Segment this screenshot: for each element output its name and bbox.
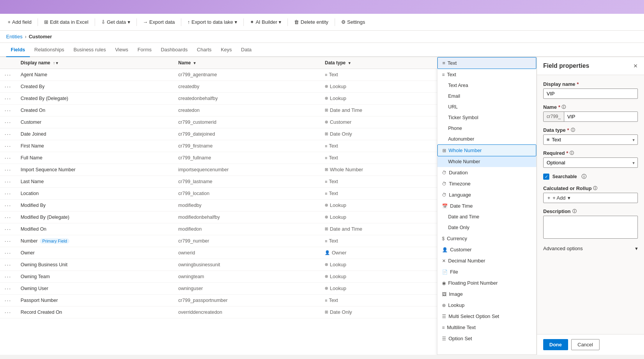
section-date-time[interactable]: 📅 Date Time <box>437 200 536 211</box>
dropdown-ticker[interactable]: Ticker Symbol <box>437 112 536 123</box>
fp-display-name-input[interactable] <box>543 89 638 99</box>
dropdown-whole-number[interactable]: Whole Number <box>437 156 536 167</box>
tab-keys[interactable]: Keys <box>216 43 237 57</box>
dropdown-lookup[interactable]: ⊗ Lookup <box>437 300 536 311</box>
fp-advanced-options[interactable]: Advanced options ▾ <box>543 244 638 253</box>
row-dots[interactable]: ··· <box>0 247 16 259</box>
table-row[interactable]: ···Last Namecr799_lastname≡Text <box>0 176 437 188</box>
edit-excel-button[interactable]: ⊞ Edit data in Excel <box>41 18 91 26</box>
row-dots[interactable]: ··· <box>0 271 16 283</box>
section-text[interactable]: ≡ Text <box>437 69 536 80</box>
breadcrumb-entities[interactable]: Entities <box>6 34 23 39</box>
row-dots[interactable]: ··· <box>0 128 16 140</box>
tab-data[interactable]: Data <box>237 43 256 57</box>
table-row[interactable]: ···Owning Userowninguser⊗Lookup <box>0 283 437 295</box>
ai-builder-button[interactable]: ✦ AI Builder ▾ <box>247 18 284 26</box>
dropdown-currency[interactable]: $ Currency <box>437 233 536 244</box>
dropdown-decimal[interactable]: ✕ Decimal Number <box>437 255 536 266</box>
cancel-button[interactable]: Cancel <box>571 339 600 350</box>
fp-add-button[interactable]: + + Add ▾ <box>543 193 638 203</box>
fp-required-select[interactable]: Optional <box>543 157 638 168</box>
type-info-icon[interactable]: ⓘ <box>571 127 575 133</box>
row-dots[interactable]: ··· <box>0 105 16 116</box>
get-data-button[interactable]: ⇩ Get data ▾ <box>98 18 133 26</box>
row-dots[interactable]: ··· <box>0 69 16 81</box>
fp-searchable-checkbox[interactable]: ✓ <box>543 174 549 180</box>
table-row[interactable]: ···Record Created Onoverriddencreatedon⊞… <box>0 307 437 318</box>
table-row[interactable]: ···Passport Numbercr799_passportnumber≡T… <box>0 295 437 307</box>
row-dots[interactable]: ··· <box>0 295 16 307</box>
tab-business-rules[interactable]: Business rules <box>69 43 111 57</box>
table-row[interactable]: ···Modified Onmodifiedon⊞Date and Time <box>0 223 437 235</box>
col-name[interactable]: Name ▾ <box>174 57 320 69</box>
table-row[interactable]: ···Created Oncreatedon⊞Date and Time <box>0 105 437 116</box>
col-data-type[interactable]: Data type ▾ <box>320 57 437 69</box>
dropdown-option-set[interactable]: ☰ Option Set <box>437 333 536 344</box>
dropdown-timezone[interactable]: ⏱ Timezone <box>437 178 536 189</box>
table-row[interactable]: ···Customercr799_customerid⊗Customer <box>0 116 437 128</box>
row-dots[interactable]: ··· <box>0 259 16 271</box>
table-row[interactable]: ···NumberPrimary Fieldcr799_number≡Text <box>0 235 437 247</box>
dropdown-email[interactable]: Email <box>437 91 536 102</box>
row-dots[interactable]: ··· <box>0 140 16 152</box>
done-button[interactable]: Done <box>543 339 568 350</box>
col-display-name[interactable]: Display name ↑ ▾ <box>16 57 174 69</box>
tab-charts[interactable]: Charts <box>192 43 216 57</box>
dropdown-floating[interactable]: ◉ Floating Point Number <box>437 277 536 289</box>
dropdown-autonumber[interactable]: Autonumber <box>437 134 536 144</box>
dropdown-multi-option[interactable]: ☰ Multi Select Option Set <box>437 311 536 322</box>
searchable-info-icon[interactable]: ⓘ <box>582 173 586 180</box>
add-field-button[interactable]: + Add field <box>5 18 34 26</box>
row-dots[interactable]: ··· <box>0 152 16 164</box>
table-row[interactable]: ···Modified By (Delegate)modifiedonbehal… <box>0 211 437 223</box>
tab-views[interactable]: Views <box>110 43 133 57</box>
table-row[interactable]: ···Import Sequence Numberimportsequencen… <box>0 164 437 176</box>
row-dots[interactable]: ··· <box>0 223 16 235</box>
fp-data-type-select[interactable]: ≡ Text <box>543 134 638 145</box>
table-row[interactable]: ···Locationcr799_location≡Text <box>0 188 437 200</box>
delete-entity-button[interactable]: 🗑 Delete entity <box>291 18 331 26</box>
row-dots[interactable]: ··· <box>0 283 16 295</box>
fp-description-box[interactable] <box>543 216 638 239</box>
row-dots[interactable]: ··· <box>0 200 16 211</box>
dropdown-file[interactable]: 📄 File <box>437 266 536 277</box>
dropdown-duration[interactable]: ⏱ Duration <box>437 167 536 178</box>
table-row[interactable]: ···Created Bycreatedby⊗Lookup <box>0 81 437 93</box>
table-row[interactable]: ···Agent Namecr799_agentname≡Text <box>0 69 437 81</box>
export-lake-button[interactable]: ↑ Export to data lake ▾ <box>184 18 240 26</box>
row-dots[interactable]: ··· <box>0 188 16 200</box>
dropdown-url[interactable]: URL <box>437 102 536 112</box>
table-row[interactable]: ···Created By (Delegate)createdonbehalfb… <box>0 93 437 105</box>
fp-close-button[interactable]: ✕ <box>633 63 638 69</box>
row-dots[interactable]: ··· <box>0 164 16 176</box>
table-row[interactable]: ···Modified Bymodifiedby⊗Lookup <box>0 200 437 211</box>
required-info-icon[interactable]: ⓘ <box>570 150 574 156</box>
calculated-info-icon[interactable]: ⓘ <box>593 185 597 191</box>
description-info-icon[interactable]: ⓘ <box>572 208 577 214</box>
table-row[interactable]: ···Owning Business Unitowningbusinessuni… <box>0 259 437 271</box>
section-whole-number[interactable]: ⊞ Whole Number <box>437 144 536 156</box>
table-row[interactable]: ···Date Joinedcr799_datejoined⊞Date Only <box>0 128 437 140</box>
settings-button[interactable]: ⚙ Settings <box>338 18 368 26</box>
fp-name-suffix-input[interactable] <box>564 112 637 121</box>
table-row[interactable]: ···Owning Teamowningteam⊗Lookup <box>0 271 437 283</box>
table-row[interactable]: ···Full Namecr799_fullname≡Text <box>0 152 437 164</box>
table-row[interactable]: ···First Namecr799_firstname≡Text <box>0 140 437 152</box>
row-dots[interactable]: ··· <box>0 81 16 93</box>
row-dots[interactable]: ··· <box>0 176 16 188</box>
dropdown-multiline[interactable]: ≡ Multiline Text <box>437 322 536 333</box>
dropdown-language[interactable]: ⏱ Language <box>437 189 536 200</box>
row-dots[interactable]: ··· <box>0 307 16 318</box>
tab-forms[interactable]: Forms <box>133 43 156 57</box>
tab-dashboards[interactable]: Dashboards <box>156 43 192 57</box>
name-info-icon[interactable]: ⓘ <box>562 104 566 110</box>
row-dots[interactable]: ··· <box>0 235 16 247</box>
row-dots[interactable]: ··· <box>0 116 16 128</box>
row-dots[interactable]: ··· <box>0 211 16 223</box>
dropdown-text-top[interactable]: ≡ Text <box>437 57 536 69</box>
tab-relationships[interactable]: Relationships <box>30 43 69 57</box>
dropdown-phone[interactable]: Phone <box>437 123 536 134</box>
data-table-container[interactable]: Display name ↑ ▾ Name ▾ Data type ▾ ···A… <box>0 57 437 355</box>
dropdown-date-and-time[interactable]: Date and Time <box>437 211 536 222</box>
table-row[interactable]: ···Ownerownerid👤Owner <box>0 247 437 259</box>
